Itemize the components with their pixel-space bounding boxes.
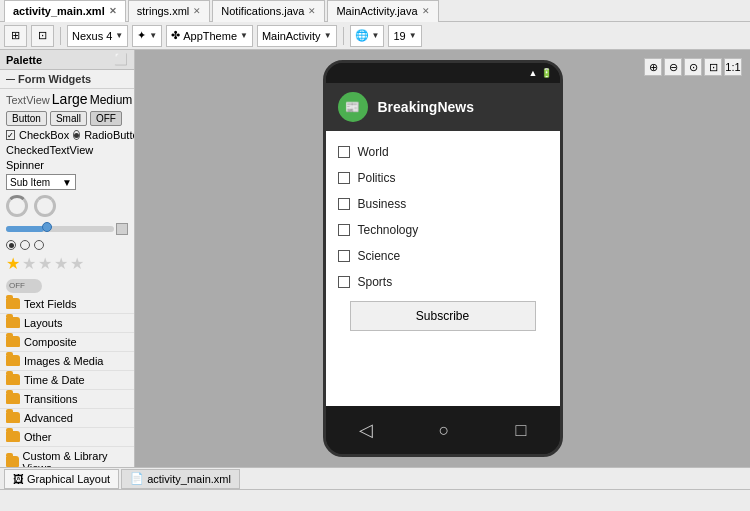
phone-status-bar: ▲ 🔋 xyxy=(326,63,560,83)
tab-strings-xml[interactable]: strings.xml ✕ xyxy=(128,0,211,22)
palette-header: Palette ⬜ xyxy=(0,50,134,70)
api-version-label: 19 xyxy=(393,30,405,42)
tab-close-icon[interactable]: ✕ xyxy=(422,6,430,16)
zoom-fit-button[interactable]: ⊡ xyxy=(704,58,722,76)
api-version-dropdown[interactable]: 19 ▼ xyxy=(388,25,421,47)
app-icon-symbol: 📰 xyxy=(345,100,360,114)
toggle-row: OFF xyxy=(0,275,134,295)
checkbox-business[interactable] xyxy=(338,198,350,210)
mainactivity-dropdown[interactable]: MainActivity ▼ xyxy=(257,25,337,47)
slider-row xyxy=(0,220,134,238)
news-item-politics: Politics xyxy=(338,165,548,191)
seekbar-widget[interactable] xyxy=(6,223,128,235)
star-4: ★ xyxy=(54,254,68,273)
checkbox-world[interactable] xyxy=(338,146,350,158)
mainactivity-label: MainActivity xyxy=(262,30,321,42)
category-advanced[interactable]: Advanced xyxy=(0,409,134,428)
category-custom-library[interactable]: Custom & Library Views xyxy=(0,447,134,468)
category-layouts-label: Layouts xyxy=(24,317,63,329)
phone-nav-bar: ◁ ○ □ xyxy=(326,406,560,454)
category-other-label: Other xyxy=(24,431,52,443)
category-composite[interactable]: Composite xyxy=(0,333,134,352)
globe-btn[interactable]: 🌐 ▼ xyxy=(350,25,385,47)
folder-icon xyxy=(6,317,20,328)
tab-activity-main-xml[interactable]: activity_main.xml ✕ xyxy=(4,0,126,22)
seekbar-track xyxy=(6,226,114,232)
checkbox-sports[interactable] xyxy=(338,276,350,288)
apptheme-prefix: ✤ xyxy=(171,29,180,42)
palette-toggle-icon[interactable]: ⬜ xyxy=(114,53,128,66)
nexus-dropdown[interactable]: Nexus 4 ▼ xyxy=(67,25,128,47)
star-rating-row: ★ ★ ★ ★ ★ xyxy=(0,252,134,275)
category-layouts[interactable]: Layouts xyxy=(0,314,134,333)
home-nav-icon[interactable]: ○ xyxy=(439,420,450,441)
checkedtextview-row: CheckedTextView xyxy=(0,142,134,158)
layout-toggle-1[interactable]: ⊞ xyxy=(4,25,27,47)
news-item-world: World xyxy=(338,139,548,165)
folder-icon xyxy=(6,431,20,442)
api-label: ✦ xyxy=(137,29,146,42)
zoom-in-button[interactable]: ⊕ xyxy=(644,58,662,76)
apptheme-dropdown[interactable]: ✤ AppTheme ▼ xyxy=(166,25,253,47)
button-widget[interactable]: Button xyxy=(6,111,47,126)
palette-title: Palette xyxy=(6,54,42,66)
layout-toggle-2[interactable]: ⊡ xyxy=(31,25,54,47)
tab-mainactivity-java-label: MainActivity.java xyxy=(336,5,417,17)
seekbar-end xyxy=(116,223,128,235)
tab-close-icon[interactable]: ✕ xyxy=(193,6,201,16)
spinner-widget[interactable]: Sub Item ▼ xyxy=(6,174,76,190)
category-images-media-label: Images & Media xyxy=(24,355,103,367)
graphical-layout-icon: 🖼 xyxy=(13,473,24,485)
zoom-reset-button[interactable]: ⊙ xyxy=(684,58,702,76)
app-icon: 📰 xyxy=(338,92,368,122)
spinner-label: Spinner xyxy=(6,159,44,171)
tab-activity-main-xml-bottom[interactable]: 📄 activity_main.xml xyxy=(121,469,240,489)
category-other[interactable]: Other xyxy=(0,428,134,447)
category-advanced-label: Advanced xyxy=(24,412,73,424)
category-images-media[interactable]: Images & Media xyxy=(0,352,134,371)
spinner-subitem-row: Sub Item ▼ xyxy=(0,172,134,192)
activity-main-xml-icon: 📄 xyxy=(130,472,144,485)
bottom-tab-bar: 🖼 Graphical Layout 📄 activity_main.xml xyxy=(0,467,750,489)
status-bar xyxy=(0,489,750,511)
tab-notifications-java[interactable]: Notifications.java ✕ xyxy=(212,0,325,22)
zoom-out-button[interactable]: ⊖ xyxy=(664,58,682,76)
recents-nav-icon[interactable]: □ xyxy=(516,420,527,441)
star-1: ★ xyxy=(6,254,20,273)
star-2: ★ xyxy=(22,254,36,273)
apptheme-dropdown-arrow: ▼ xyxy=(240,31,248,40)
category-text-fields[interactable]: Text Fields xyxy=(0,295,134,314)
wifi-icon: ▲ xyxy=(529,68,538,78)
api-dropdown[interactable]: ✦ ▼ xyxy=(132,25,162,47)
category-time-date[interactable]: Time & Date xyxy=(0,371,134,390)
small-button-widget[interactable]: Small xyxy=(50,111,87,126)
category-text-fields-label: Text Fields xyxy=(24,298,77,310)
folder-icon xyxy=(6,355,20,366)
checkbox-politics[interactable] xyxy=(338,172,350,184)
checkbox-technology[interactable] xyxy=(338,224,350,236)
category-transitions[interactable]: Transitions xyxy=(0,390,134,409)
subscribe-button[interactable]: Subscribe xyxy=(350,301,536,331)
radio-widget xyxy=(73,130,80,140)
zoom-100-button[interactable]: 1:1 xyxy=(724,58,742,76)
folder-icon xyxy=(6,336,20,347)
nexus-label: Nexus 4 xyxy=(72,30,112,42)
category-custom-library-label: Custom & Library Views xyxy=(23,450,128,468)
form-widgets-label: Form Widgets xyxy=(18,73,91,85)
tab-mainactivity-java[interactable]: MainActivity.java ✕ xyxy=(327,0,438,22)
toggle-widget[interactable]: OFF xyxy=(6,279,42,293)
seekbar-thumb[interactable] xyxy=(42,222,52,232)
back-nav-icon[interactable]: ◁ xyxy=(359,419,373,441)
spinner-arrow: ▼ xyxy=(62,177,72,188)
circle-progress-2 xyxy=(34,195,56,217)
api-version-dropdown-arrow: ▼ xyxy=(409,31,417,40)
tab-close-icon[interactable]: ✕ xyxy=(308,6,316,16)
news-label-sports: Sports xyxy=(358,275,393,289)
toggle-off-label: OFF xyxy=(9,281,25,290)
seekbar-fill xyxy=(6,226,44,232)
tab-close-icon[interactable]: ✕ xyxy=(109,6,117,16)
tab-graphical-layout[interactable]: 🖼 Graphical Layout xyxy=(4,469,119,489)
off-toggle-widget[interactable]: OFF xyxy=(90,111,122,126)
checkbox-science[interactable] xyxy=(338,250,350,262)
separator-2 xyxy=(343,27,344,45)
